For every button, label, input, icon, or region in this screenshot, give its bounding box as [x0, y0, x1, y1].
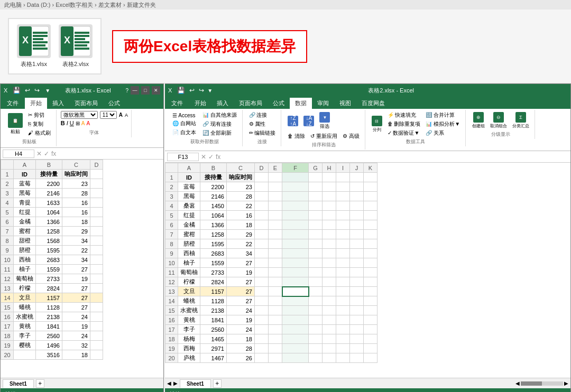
col-header-K-2[interactable]: K — [364, 163, 377, 173]
col-header-C-2[interactable]: C — [227, 163, 255, 173]
next-sheet-btn[interactable]: ▶ — [173, 380, 178, 386]
table-row[interactable]: 20351618 — [1, 350, 103, 360]
dropdown-icon-1[interactable]: ▼ — [45, 88, 50, 94]
font-color-icon-1[interactable]: A — [86, 120, 90, 126]
cut-btn-1[interactable]: ✂ 剪切 — [26, 111, 53, 119]
font-larger-btn-1[interactable]: A — [119, 112, 123, 118]
redo-icon-1[interactable]: ↪ — [33, 86, 41, 95]
scroll-right-btn[interactable]: ▶ — [564, 380, 568, 386]
table-row[interactable]: 17黄桃184119 — [1, 322, 103, 331]
copy-btn-1[interactable]: ⎘ 复制 — [26, 120, 53, 128]
border-icon-1[interactable]: ⊞ — [76, 120, 80, 126]
table-row[interactable]: 14文旦115727 — [1, 293, 103, 303]
undo-icon-2[interactable]: ↩ — [188, 86, 196, 95]
tab-insert-1[interactable]: 插入 — [47, 98, 69, 109]
table-row[interactable]: 18李子256024 — [1, 331, 103, 341]
refresh-all-btn[interactable]: 🔄 全部刷新 — [200, 129, 239, 137]
table-row[interactable]: 17李子256024 — [165, 325, 377, 334]
fill-color-icon-1[interactable]: A — [81, 120, 85, 126]
col-header-I-2[interactable]: I — [336, 163, 350, 173]
reapply-btn[interactable]: ↺ 重新应用 — [308, 132, 339, 141]
table-row[interactable]: 1ID接待量响应时间 — [1, 170, 103, 179]
dropdown-icon-2[interactable]: ▼ — [207, 88, 213, 94]
relations-btn[interactable]: 🔗 关系 — [423, 129, 462, 137]
col-header-G-2[interactable]: G — [309, 163, 323, 173]
table-row[interactable]: 7蜜柑125829 — [165, 230, 377, 239]
tab-formulas-2[interactable]: 公式 — [268, 98, 290, 109]
table-row[interactable]: 2蓝莓220023 — [165, 182, 377, 192]
tab-file-2[interactable]: 文件 — [165, 98, 189, 109]
tab-layout-2[interactable]: 页面布局 — [234, 98, 268, 109]
sheet-tab-1[interactable]: Sheet1 — [3, 379, 34, 388]
table-row[interactable]: 4青提163316 — [1, 198, 103, 208]
formula-input-2[interactable] — [223, 154, 568, 160]
italic-btn-1[interactable]: I — [67, 120, 68, 126]
table-row[interactable]: 13文旦115727 — [165, 287, 377, 296]
quick-fill-btn[interactable]: ⚡ 快速填充 — [385, 111, 423, 119]
sort-desc-btn[interactable]: ↓A↓Z — [301, 115, 316, 127]
file2-icon-item[interactable]: X 表格2.vlsx — [59, 24, 93, 68]
col-header-E-2[interactable]: E — [269, 163, 282, 173]
table-row[interactable]: 1ID接待量响应时间 — [165, 173, 377, 182]
table-row[interactable]: 12柠檬282427 — [165, 277, 377, 287]
formula-input-1[interactable] — [58, 151, 161, 157]
cell-ref-2[interactable] — [167, 153, 199, 161]
table-row[interactable]: 15水蜜桃213824 — [165, 306, 377, 315]
table-row[interactable]: 10西柚268334 — [1, 255, 103, 265]
sheet-tab-2[interactable]: Sheet1 — [180, 379, 211, 388]
sim-analysis-btn[interactable]: 📊 模拟分析▼ — [423, 120, 462, 128]
text-btn[interactable]: 📄 自文本 — [170, 128, 198, 137]
table-row[interactable]: 19樱桃149632 — [1, 341, 103, 350]
connect-btn[interactable]: 🔗 连接 — [247, 111, 278, 119]
minimize-btn-1[interactable]: — — [131, 86, 139, 95]
table-row[interactable]: 20庐桃146726 — [165, 353, 377, 363]
table-row[interactable]: 8脐橙159522 — [165, 239, 377, 249]
table-row[interactable]: 6金橘136618 — [165, 220, 377, 230]
add-sheet-btn-1[interactable]: + — [36, 379, 44, 388]
table-row[interactable]: 3黑莓214628 — [165, 192, 377, 201]
table-row[interactable]: 11葡萄柚273319 — [165, 268, 377, 277]
create-group-btn[interactable]: ⊕ 创建组 — [470, 111, 487, 130]
col-header-J-2[interactable]: J — [350, 163, 364, 173]
table-row[interactable]: 18杨梅146518 — [165, 334, 377, 344]
website-btn[interactable]: 🌐 自网站 — [170, 119, 198, 128]
subtotal-btn[interactable]: Σ 分类汇总 — [510, 111, 531, 130]
table-row[interactable]: 5红提106416 — [1, 208, 103, 217]
table-row[interactable]: 2蓝莓220023 — [1, 179, 103, 189]
col-header-D-1[interactable]: D — [90, 160, 103, 170]
scroll-left-btn[interactable]: ◀ — [515, 380, 520, 386]
format-painter-btn-1[interactable]: 🖌 格式刷 — [26, 129, 53, 137]
tab-home-1[interactable]: 开始 — [25, 98, 47, 109]
redo-icon-2[interactable]: ↪ — [198, 86, 205, 95]
table-row[interactable]: 9西柚268334 — [165, 249, 377, 258]
properties-btn[interactable]: ⚙ 属性 — [247, 120, 278, 128]
col-header-H-2[interactable]: H — [323, 163, 336, 173]
merge-calc-btn[interactable]: 🔢 合并计算 — [423, 111, 462, 119]
col-header-A-2[interactable]: A — [178, 163, 200, 173]
table-row[interactable]: 16水蜜桃213824 — [1, 312, 103, 322]
tab-baidu-2[interactable]: 百度网盘 — [356, 98, 390, 109]
col-header-D-2[interactable]: D — [255, 163, 269, 173]
tab-insert-2[interactable]: 插入 — [211, 98, 234, 109]
data-validate-btn[interactable]: ✓ 数据验证▼ — [385, 129, 423, 137]
file1-icon-item[interactable]: X 表格1.vlsx — [17, 24, 51, 68]
table-row[interactable]: 12葡萄柚273319 — [1, 274, 103, 284]
tab-home-2[interactable]: 开始 — [189, 98, 211, 109]
table-row[interactable]: 13柠檬282427 — [1, 284, 103, 293]
font-smaller-btn-1[interactable]: A — [125, 113, 128, 118]
clear-btn[interactable]: 🗑 清除 — [286, 132, 307, 141]
prev-sheet-btn[interactable]: ◀ — [167, 380, 171, 386]
split-col-btn[interactable]: ⊟ 分列 — [370, 115, 384, 134]
paste-btn-1[interactable]: 📋 粘贴 — [6, 112, 25, 136]
tab-formulas-1[interactable]: 公式 — [103, 98, 125, 109]
col-header-C-1[interactable]: C — [62, 160, 90, 170]
other-sources-btn[interactable]: 📊 自其他来源 — [200, 111, 239, 119]
col-header-B-2[interactable]: B — [200, 163, 227, 173]
table-row[interactable]: 5红提106416 — [165, 211, 377, 220]
tab-file-1[interactable]: 文件 — [1, 98, 25, 109]
maximize-btn-1[interactable]: □ — [141, 86, 150, 95]
table-row[interactable]: 10柚子155927 — [165, 258, 377, 268]
help-icon-1[interactable]: ? — [125, 88, 128, 94]
cell-ref-1[interactable] — [3, 150, 34, 158]
tab-layout-1[interactable]: 页面布局 — [69, 98, 103, 109]
